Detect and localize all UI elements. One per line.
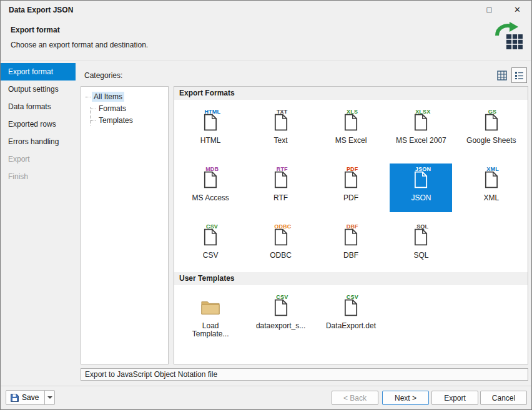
format-badge: RTF <box>277 166 288 172</box>
format-label: DBF <box>343 251 358 260</box>
window-title: Data Export JSON <box>1 6 73 14</box>
format-tile-rtf[interactable]: RTF RTF <box>250 164 312 212</box>
sidebar-item-export: Export <box>1 150 76 168</box>
maximize-button[interactable]: □ <box>475 1 503 19</box>
categories-tree: All Items Formats Templates <box>81 91 168 127</box>
file-icon: XLS <box>336 109 366 132</box>
format-label: RTF <box>273 194 288 202</box>
format-badge: XLSX <box>415 109 430 115</box>
save-label: Save <box>22 393 39 402</box>
sidebar-item-errors-handling[interactable]: Errors handling <box>1 133 76 150</box>
thumbnails-view-button[interactable] <box>494 67 510 83</box>
save-icon <box>11 394 19 402</box>
format-badge: HTML <box>204 109 220 115</box>
format-tile-json[interactable]: JSON JSON <box>390 164 452 212</box>
header-separator <box>1 60 531 61</box>
format-tile-html[interactable]: HTML HTML <box>179 106 242 155</box>
file-icon: MDB <box>195 166 225 190</box>
user-templates-header: User Templates <box>174 272 528 285</box>
format-badge: CSV <box>206 223 218 230</box>
format-tile-pdf[interactable]: PDF PDF <box>320 164 382 212</box>
template-label: Load Template... <box>190 322 230 338</box>
format-badge: JSON <box>415 166 431 172</box>
format-badge: GS <box>488 109 496 115</box>
format-label: Text <box>274 137 288 145</box>
format-label: SQL <box>413 251 428 260</box>
file-icon: SQL <box>406 223 436 247</box>
categories-panel: All Items Formats Templates <box>81 86 169 364</box>
format-badge: CSV <box>276 294 288 300</box>
export-table-icon <box>493 22 524 54</box>
wizard-steps-sidebar: Export format Output settings Data forma… <box>1 61 76 386</box>
file-icon: HTML <box>195 109 225 132</box>
format-label: Google Sheets <box>466 137 516 145</box>
format-tile-ms-excel[interactable]: XLS MS Excel <box>320 106 382 155</box>
window-controls: □ ✕ <box>475 1 531 19</box>
grid-view-icon <box>497 71 507 81</box>
format-badge: SQL <box>416 223 428 230</box>
format-label: JSON <box>411 194 431 202</box>
status-bar: Export to JavaScript Object Notation fil… <box>81 368 528 381</box>
sidebar-item-data-formats[interactable]: Data formats <box>1 98 76 115</box>
list-view-icon <box>515 71 524 80</box>
export-formats-header: Export Formats <box>174 87 528 100</box>
template-tile-dataexport-s[interactable]: CSV dataexport_s... <box>250 291 312 342</box>
file-icon: RTF <box>266 166 296 190</box>
formats-panel: Export Formats HTML HTML TXT Text <box>174 86 528 364</box>
save-dropdown-button[interactable] <box>44 390 55 405</box>
file-icon: CSV <box>195 223 225 247</box>
format-tile-xml[interactable]: XML XML <box>460 164 523 212</box>
list-view-button[interactable] <box>511 67 527 83</box>
sidebar-item-export-format[interactable]: Export format <box>1 63 76 81</box>
format-tile-odbc[interactable]: ODBC ODBC <box>250 221 312 270</box>
format-tile-ms-access[interactable]: MDB MS Access <box>179 164 242 212</box>
template-tile-dataexport-det[interactable]: CSV DataExport.det <box>320 291 382 342</box>
format-tile-csv[interactable]: CSV CSV <box>179 221 242 270</box>
save-button[interactable]: Save <box>6 390 45 405</box>
format-tile-google-sheets[interactable]: GS Google Sheets <box>460 106 523 155</box>
template-tile-load-template[interactable]: Load Template... <box>179 291 242 342</box>
export-button[interactable]: Export <box>431 391 478 405</box>
format-tile-sql[interactable]: SQL SQL <box>390 221 452 270</box>
data-export-dialog: Data Export JSON □ ✕ Export format Choos… <box>0 0 532 410</box>
format-label: MS Excel 2007 <box>396 137 446 145</box>
format-label: MS Excel <box>335 137 367 145</box>
file-icon: TXT <box>266 109 296 132</box>
format-tile-dbf[interactable]: DBF DBF <box>320 221 382 270</box>
export-formats-grid: HTML HTML TXT Text XLS MS Excel <box>174 100 528 272</box>
back-button: < Back <box>332 391 378 405</box>
cancel-button[interactable]: Cancel <box>480 391 527 405</box>
format-label: MS Access <box>192 194 229 202</box>
template-label: DataExport.det <box>326 322 376 330</box>
footer: Save < Back Next > Export Cancel <box>1 386 531 409</box>
format-badge: TXT <box>277 109 288 115</box>
tree-item-templates[interactable]: Templates <box>81 115 168 127</box>
file-icon: CSV <box>266 294 296 318</box>
close-button[interactable]: ✕ <box>503 1 531 19</box>
sidebar-item-output-settings[interactable]: Output settings <box>1 81 76 98</box>
format-badge: MDB <box>205 166 219 172</box>
format-tile-ms-excel-2007[interactable]: XLSX MS Excel 2007 <box>390 106 452 155</box>
categories-label: Categories: <box>84 71 122 80</box>
file-icon: XLSX <box>406 109 436 132</box>
dropdown-arrow-icon <box>47 396 52 399</box>
template-label: dataexport_s... <box>256 322 305 330</box>
format-badge: ODBC <box>274 223 291 230</box>
sidebar-item-exported-rows[interactable]: Exported rows <box>1 115 76 133</box>
tree-item-formats[interactable]: Formats <box>81 103 168 115</box>
file-icon: PDF <box>336 166 366 190</box>
folder-icon <box>195 294 225 318</box>
format-badge: PDF <box>347 166 358 172</box>
format-badge: XML <box>486 166 499 172</box>
tree-item-all-items[interactable]: All Items <box>81 91 168 103</box>
file-icon: JSON <box>406 166 436 190</box>
user-templates-grid: Load Template... CSV dataexport_s... CSV… <box>174 285 528 344</box>
format-tile-text[interactable]: TXT Text <box>250 106 312 155</box>
format-label: HTML <box>200 137 221 145</box>
titlebar[interactable]: Data Export JSON □ ✕ <box>1 1 531 19</box>
file-icon: DBF <box>336 223 366 247</box>
format-label: CSV <box>203 251 219 260</box>
format-label: PDF <box>343 194 358 202</box>
format-label: XML <box>483 194 499 202</box>
next-button[interactable]: Next > <box>382 391 429 405</box>
